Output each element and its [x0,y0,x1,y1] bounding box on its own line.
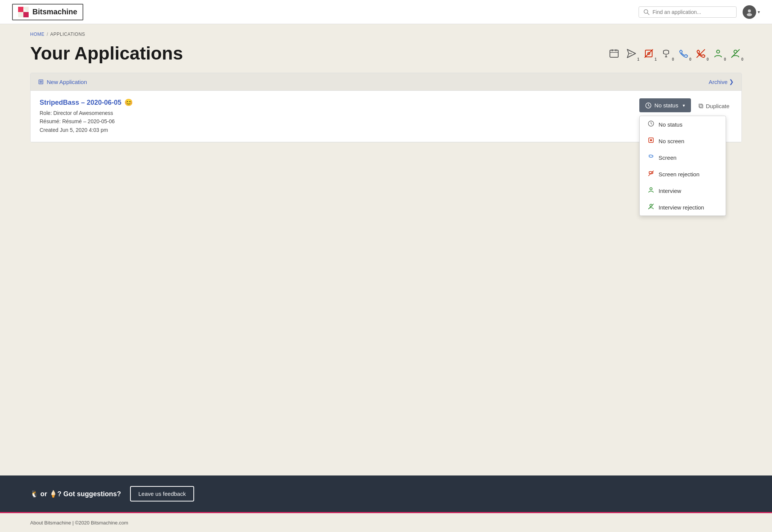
screen-label: Screen [659,154,677,161]
application-title: StripedBass – 2020-06-05 😊 [40,98,133,107]
no-phone-icon [696,49,706,58]
no-person-count: 0 [741,57,743,61]
breadcrumb: HOME / APPLICATIONS [30,24,742,43]
svg-rect-3 [23,12,29,17]
no-screen-icon [644,49,654,58]
dropdown-item-screen[interactable]: Screen [640,149,726,166]
status-icon-no-person[interactable]: 0 [729,47,742,60]
svg-line-29 [651,124,652,124]
main-content: HOME / APPLICATIONS Your Applications [0,24,772,475]
svg-line-26 [648,105,649,106]
application-created: Created Jun 5, 2020 4:03 pm [40,126,133,134]
logo-icon [18,7,29,17]
status-icon-no-phone[interactable]: 0 [694,47,707,60]
svg-point-7 [748,9,751,12]
page-title: Your Applications [30,43,183,64]
no-screen-label: No screen [659,138,684,144]
archive-label: Archive [709,79,728,85]
status-btn-label: No status [654,102,678,109]
svg-rect-2 [18,12,23,17]
logo-area: Bitsmachine [12,4,83,20]
application-info: StripedBass – 2020-06-05 😊 Role: Directo… [40,98,133,134]
chevron-down-icon: ▾ [758,9,760,15]
status-dropdown-wrapper: No status ▾ [639,98,691,112]
interview-dropdown-icon [647,187,655,194]
mute-count: 0 [672,57,674,61]
feedback-button[interactable]: Leave us feedback [130,486,194,501]
svg-point-8 [747,13,752,16]
no-status-icon [647,121,655,128]
no-screen-count: 1 [654,57,657,61]
svg-point-31 [650,139,652,141]
person-count: 0 [724,57,726,61]
applications-toolbar: ⊞ New Application Archive ❯ [31,73,741,91]
search-icon [643,9,649,15]
application-role: Role: Director of Awesomeness [40,109,133,117]
svg-rect-9 [610,50,618,57]
dropdown-item-no-screen[interactable]: No screen [640,133,726,149]
application-title-link[interactable]: StripedBass – 2020-06-05 [40,99,121,107]
status-icon-calendar[interactable] [608,47,620,60]
svg-line-6 [648,13,649,15]
svg-line-17 [645,49,653,58]
status-dropdown-button[interactable]: No status ▾ [639,98,691,112]
status-icon-mute[interactable]: 0 [660,47,672,60]
status-icon-no-screen[interactable]: 1 [642,47,655,60]
duplicate-label: Duplicate [706,103,729,109]
dropdown-item-screen-rejection[interactable]: Screen rejection [640,166,726,182]
interview-rejection-icon [647,203,655,211]
application-row: StripedBass – 2020-06-05 😊 Role: Directo… [31,91,741,142]
interview-label: Interview [659,188,681,194]
interview-rejection-label: Interview rejection [659,204,704,211]
archive-button[interactable]: Archive ❯ [709,78,734,85]
header: Bitsmachine ▾ [0,0,772,24]
breadcrumb-separator: / [47,32,48,37]
phone-count: 0 [689,57,691,61]
user-avatar [743,5,756,19]
duplicate-icon: ⧉ [698,102,703,110]
svg-point-21 [717,50,720,53]
search-input[interactable] [653,9,732,15]
no-screen-dropdown-icon [647,137,655,145]
footer-dark: 🐧 or 🍦? Got suggestions? Leave us feedba… [0,475,772,512]
application-actions: No status ▾ [639,98,732,114]
new-application-label: New Application [47,79,87,85]
application-emoji: 😊 [124,98,133,107]
search-box-container [639,6,737,18]
user-menu-button[interactable]: ▾ [743,5,760,19]
mute-icon [661,49,671,58]
breadcrumb-home-link[interactable]: HOME [30,32,44,37]
status-caret-icon: ▾ [683,103,685,108]
dropdown-item-no-status[interactable]: No status [640,116,726,133]
applications-container: ⊞ New Application Archive ❯ StripedBass … [30,73,742,142]
breadcrumb-current: APPLICATIONS [50,32,85,37]
status-icon-send[interactable]: 1 [625,47,638,60]
no-status-label: No status [659,121,682,128]
person-icon [713,49,723,58]
phone-icon [679,49,688,58]
screen-dropdown-icon [647,154,655,161]
calendar-icon [609,49,619,58]
status-icons-row: 1 1 0 [608,47,742,60]
new-application-button[interactable]: ⊞ New Application [38,78,87,86]
plus-icon: ⊞ [38,78,44,86]
send-count: 1 [637,57,639,61]
application-resume: Résumé: Résumé – 2020-05-06 [40,117,133,125]
dropdown-item-interview[interactable]: Interview [640,182,726,199]
screen-rejection-label: Screen rejection [659,171,699,177]
dropdown-item-interview-rejection[interactable]: Interview rejection [640,199,726,216]
status-dropdown-menu: No status No screen [639,116,726,216]
footer-bottom: About Bitsmachine | ©2020 Bitsmachine.co… [0,512,772,532]
no-person-icon [731,49,740,58]
status-icon-phone[interactable]: 0 [677,47,690,60]
status-icon-person[interactable]: 0 [712,47,725,60]
archive-arrow-icon: ❯ [729,78,734,85]
screen-rejection-icon [647,170,655,178]
duplicate-button[interactable]: ⧉ Duplicate [695,98,732,114]
header-right: ▾ [639,5,760,19]
page-title-row: Your Applications 1 [30,43,742,64]
footer-suggestion-text: 🐧 or 🍦? Got suggestions? [30,490,121,498]
user-icon [745,8,754,16]
send-icon [626,49,636,58]
logo-text: Bitsmachine [32,8,77,16]
